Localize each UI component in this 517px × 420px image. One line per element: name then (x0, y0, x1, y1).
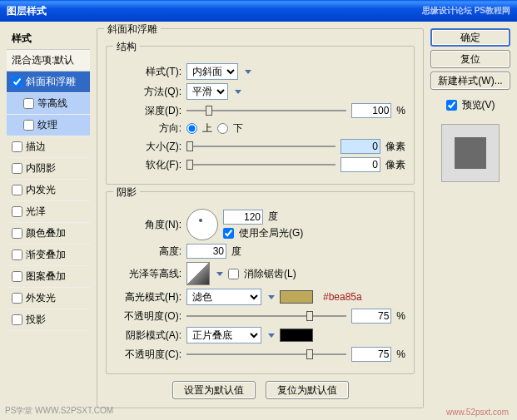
soften-slider[interactable] (186, 157, 336, 172)
style-item-纹理[interactable]: 纹理 (7, 115, 90, 136)
styles-sidebar: 样式 混合选项:默认 斜面和浮雕等高线纹理描边内阴影内发光光泽颜色叠加渐变叠加图… (7, 28, 90, 413)
blend-options[interactable]: 混合选项:默认 (7, 49, 90, 72)
up-label: 上 (202, 121, 212, 136)
style-item-label: 投影 (26, 313, 46, 327)
style-checkbox[interactable] (12, 293, 22, 304)
style-checkbox[interactable] (12, 250, 22, 260)
deg-unit2: 度 (231, 245, 241, 259)
shading-group: 阴影 角度(N): 度 使用全局光(G) (106, 191, 415, 374)
style-item-光泽[interactable]: 光泽 (7, 201, 90, 223)
titlebar-watermark: 思缘设计论坛 PS教程网 (422, 5, 510, 17)
antialias-checkbox[interactable] (228, 269, 239, 279)
style-item-描边[interactable]: 描边 (7, 136, 90, 158)
preview-checkbox[interactable] (446, 100, 457, 111)
cancel-button[interactable]: 复位 (430, 50, 510, 68)
style-item-渐变叠加[interactable]: 渐变叠加 (7, 245, 90, 266)
styles-header: 样式 (7, 28, 90, 49)
bevel-group: 斜面和浮雕 结构 样式(T): 内斜面 方法(Q): 平滑 深度(D): % (97, 28, 424, 408)
direction-down-radio[interactable] (217, 123, 228, 134)
soften-input[interactable] (341, 157, 380, 172)
depth-input[interactable] (351, 103, 391, 118)
style-item-label: 内发光 (26, 183, 56, 197)
direction-up-radio[interactable] (186, 123, 197, 134)
style-checkbox[interactable] (12, 314, 22, 325)
global-light-checkbox[interactable] (223, 228, 234, 239)
style-label: 样式(T): (115, 65, 181, 79)
style-item-内发光[interactable]: 内发光 (7, 180, 90, 201)
style-checkbox[interactable] (12, 228, 22, 239)
style-checkbox[interactable] (12, 185, 22, 195)
style-item-label: 等高线 (37, 96, 67, 111)
right-column: 确定 复位 新建样式(W)... 预览(V) (430, 28, 510, 413)
depth-label: 深度(D): (115, 104, 181, 118)
structure-group: 结构 样式(T): 内斜面 方法(Q): 平滑 深度(D): % 方向: (106, 46, 415, 185)
highlight-color-swatch[interactable] (280, 290, 313, 304)
angle-wheel[interactable] (186, 209, 218, 240)
dialog-body: 样式 混合选项:默认 斜面和浮雕等高线纹理描边内阴影内发光光泽颜色叠加渐变叠加图… (0, 22, 517, 420)
make-default-button[interactable]: 设置为默认值 (172, 381, 256, 399)
style-item-图案叠加[interactable]: 图案叠加 (7, 266, 90, 288)
style-item-颜色叠加[interactable]: 颜色叠加 (7, 223, 90, 245)
shadow-color-swatch[interactable] (280, 329, 313, 342)
style-checkbox[interactable] (23, 98, 34, 109)
style-checkbox[interactable] (12, 206, 22, 217)
shadow-opacity-slider[interactable] (186, 347, 346, 362)
altitude-input[interactable] (186, 244, 226, 259)
size-input[interactable] (341, 139, 380, 154)
chevron-down-icon (235, 90, 241, 94)
style-checkbox[interactable] (23, 120, 34, 131)
style-item-斜面和浮雕[interactable]: 斜面和浮雕 (7, 72, 90, 93)
shadow-opacity-input[interactable] (351, 347, 391, 362)
pct-unit2: % (396, 310, 405, 322)
pct-unit: % (396, 105, 405, 116)
style-checkbox[interactable] (12, 141, 22, 152)
style-item-label: 描边 (26, 140, 46, 154)
style-item-label: 颜色叠加 (26, 226, 66, 240)
preview-swatch (455, 137, 486, 169)
global-light-label: 使用全局光(G) (239, 226, 303, 240)
titlebar: 图层样式 思缘设计论坛 PS教程网 (0, 0, 517, 22)
chevron-down-icon (245, 70, 251, 74)
footer-watermark-right: www.52psxt.com (446, 408, 509, 417)
structure-legend: 结构 (113, 40, 140, 54)
chevron-down-icon (216, 272, 223, 276)
depth-slider[interactable] (186, 103, 346, 118)
style-select[interactable]: 内斜面 (186, 63, 238, 80)
shadow-mode-select[interactable]: 正片叠底 (186, 327, 261, 343)
gloss-contour-label: 光泽等高线: (115, 267, 181, 281)
down-label: 下 (233, 121, 243, 136)
style-item-等高线[interactable]: 等高线 (7, 93, 90, 115)
size-label: 大小(Z): (115, 140, 181, 154)
reset-default-button[interactable]: 复位为默认值 (266, 381, 349, 399)
style-item-投影[interactable]: 投影 (7, 309, 90, 331)
highlight-mode-select[interactable]: 滤色 (186, 289, 261, 305)
antialias-label: 消除锯齿(L) (244, 267, 296, 281)
highlight-opacity-input[interactable] (351, 309, 391, 324)
highlight-opacity-label: 不透明度(O): (115, 309, 181, 324)
chevron-down-icon (268, 334, 275, 338)
style-checkbox[interactable] (12, 163, 22, 174)
shadow-mode-label: 阴影模式(A): (115, 329, 181, 343)
style-item-外发光[interactable]: 外发光 (7, 288, 90, 309)
style-checkbox[interactable] (12, 77, 22, 87)
px-unit2: 像素 (385, 158, 405, 172)
angle-input[interactable] (223, 210, 263, 225)
direction-label: 方向: (115, 121, 181, 136)
px-unit: 像素 (385, 140, 405, 154)
technique-select[interactable]: 平滑 (186, 83, 228, 100)
style-item-label: 图案叠加 (26, 269, 66, 284)
new-style-button[interactable]: 新建样式(W)... (430, 72, 510, 90)
window-title: 图层样式 (7, 4, 47, 18)
ok-button[interactable]: 确定 (430, 28, 510, 47)
highlight-opacity-slider[interactable] (186, 309, 346, 324)
style-item-label: 外发光 (26, 291, 56, 305)
style-item-label: 光泽 (26, 205, 46, 219)
deg-unit: 度 (268, 210, 278, 224)
chevron-down-icon (268, 295, 275, 299)
gloss-contour-picker[interactable] (186, 262, 210, 285)
style-item-内阴影[interactable]: 内阴影 (7, 158, 90, 180)
style-item-label: 斜面和浮雕 (26, 75, 76, 89)
angle-label: 角度(N): (115, 218, 181, 232)
size-slider[interactable] (186, 139, 336, 154)
style-checkbox[interactable] (12, 271, 22, 282)
